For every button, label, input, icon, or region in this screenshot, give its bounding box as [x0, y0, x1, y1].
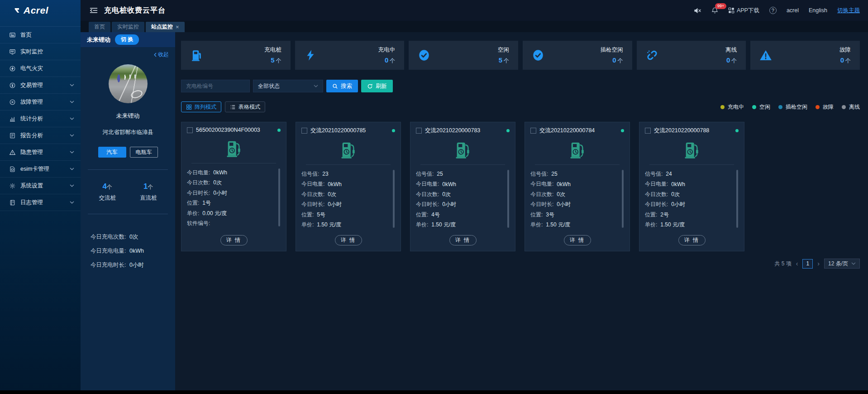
- charger-icon-wrap: [187, 133, 281, 163]
- refresh-button[interactable]: 刷新: [361, 80, 393, 92]
- tab[interactable]: 站点监控 ×: [146, 22, 185, 32]
- sidebar-item[interactable]: 交易管理: [0, 77, 81, 94]
- detail-button[interactable]: 详 情: [335, 235, 362, 245]
- detail-button[interactable]: 详 情: [220, 235, 248, 245]
- vehicle-type-button[interactable]: 电瓶车: [130, 147, 158, 158]
- charging-pile-icon: [339, 140, 358, 159]
- charger-checkbox[interactable]: [301, 128, 307, 134]
- sidebar-item[interactable]: 日志管理: [0, 194, 81, 211]
- gun-number-input[interactable]: [181, 80, 250, 92]
- status-select[interactable]: 全部状态: [253, 80, 323, 92]
- app-download-button[interactable]: APP下载: [728, 7, 759, 14]
- sidebar-item[interactable]: 实时监控: [0, 43, 81, 60]
- charging-pile-icon: [568, 140, 587, 159]
- language-switch[interactable]: English: [809, 7, 827, 14]
- details-scrollbar[interactable]: [507, 170, 509, 228]
- detail-button[interactable]: 详 情: [678, 235, 706, 245]
- charger-checkbox[interactable]: [187, 127, 193, 133]
- charger-detail-label: 软件编号:: [301, 231, 324, 232]
- summary-card-number: 0: [385, 56, 388, 64]
- sidebar-item[interactable]: 报告分析: [0, 127, 81, 144]
- sidebar-item[interactable]: 故障管理: [0, 94, 81, 111]
- notifications[interactable]: 99+: [711, 7, 718, 14]
- tab[interactable]: 实时监控 ×: [112, 22, 144, 32]
- tab-close-icon[interactable]: ×: [176, 24, 179, 30]
- current-page[interactable]: 1: [802, 259, 813, 269]
- detail-button[interactable]: 详 情: [564, 235, 591, 245]
- charger-detail-row: 今日电量: 0kWh: [530, 179, 619, 190]
- view-mode-button[interactable]: 表格模式: [225, 101, 265, 112]
- chevron-down-icon: [70, 134, 74, 137]
- search-button[interactable]: 搜索: [326, 80, 358, 92]
- charger-detail-value: 0次: [671, 191, 680, 198]
- sidebar: Acrel 首页 实时监控 电气火灾: [0, 0, 81, 390]
- station-address: 河北省邯郸市临漳县: [87, 129, 169, 136]
- switch-station-button[interactable]: 切 换: [115, 34, 139, 45]
- charger-checkbox[interactable]: [416, 128, 422, 134]
- collapse-menu-icon[interactable]: [90, 7, 98, 14]
- charger-card: 交流20210220000783: [410, 122, 515, 251]
- summary-card: 空闲 5个: [409, 41, 518, 70]
- detail-button[interactable]: 详 情: [449, 235, 477, 245]
- summary-card-value: 0个: [839, 56, 851, 65]
- pile-stat-unit: 个: [107, 184, 112, 190]
- summary-card: 充电桩 5个: [181, 41, 291, 70]
- divider: [191, 163, 276, 163]
- charger-detail-row: 位置: 2号: [645, 210, 733, 220]
- charger-checkbox[interactable]: [645, 128, 651, 134]
- sidebar-item[interactable]: 隐患管理: [0, 144, 81, 161]
- summary-card-number: 5: [271, 56, 274, 64]
- sidebar-menu: 首页 实时监控 电气火灾 交易管理: [0, 26, 81, 211]
- charger-card-header: 交流20210220000788: [645, 127, 739, 135]
- summary-card-label: 插枪空闲: [601, 46, 623, 54]
- mute-icon[interactable]: [694, 7, 701, 14]
- charger-icon-wrap: [416, 135, 510, 164]
- summary-card-number: 0: [840, 56, 844, 64]
- vehicle-type-button[interactable]: 汽车: [98, 147, 126, 158]
- summary-card-label: 充电桩: [264, 46, 281, 54]
- charger-detail-value: 25: [437, 171, 443, 177]
- details-scrollbar[interactable]: [278, 168, 280, 226]
- charger-detail-value: 5号: [317, 211, 325, 219]
- summary-card-icon: [304, 49, 317, 62]
- username[interactable]: acrel: [787, 7, 799, 14]
- help-icon[interactable]: ?: [769, 7, 777, 14]
- sidebar-item-icon: [9, 166, 16, 173]
- charger-checkbox[interactable]: [530, 128, 536, 134]
- sidebar-item[interactable]: 电气火灾: [0, 60, 81, 77]
- summary-card-icon: [532, 49, 544, 62]
- page-size-select[interactable]: 12 条/页: [824, 259, 860, 269]
- refresh-button-label: 刷新: [376, 82, 387, 90]
- chevron-down-icon: [70, 117, 74, 120]
- theme-switch-link[interactable]: 切换主题: [837, 7, 860, 14]
- charger-detail-label: 今日次数:: [301, 191, 324, 198]
- divider: [649, 164, 734, 165]
- charger-detail-label: 信号值:: [416, 170, 434, 178]
- charger-detail-value: 0kWh: [328, 181, 342, 187]
- charger-icon-wrap: [530, 135, 624, 164]
- sidebar-item[interactable]: 首页: [0, 27, 81, 43]
- details-scrollbar[interactable]: [622, 170, 624, 228]
- charger-detail-label: 位置:: [416, 211, 428, 219]
- charger-detail-label: 单价:: [530, 221, 543, 229]
- sidebar-item[interactable]: esim卡管理: [0, 161, 81, 178]
- today-stat-value: 0kWh: [129, 248, 144, 254]
- sidebar-item-icon: [9, 199, 16, 206]
- legend-dot: [778, 105, 782, 109]
- view-mode-button[interactable]: 阵列模式: [181, 101, 221, 112]
- summary-card-number: 5: [499, 56, 502, 64]
- charger-name: 565002002390N4F00003: [196, 127, 260, 133]
- content-row: 未来锂动 切 换 收起 未来锂动 河北省邯郸市临漳县 汽车: [81, 32, 868, 390]
- sidebar-item[interactable]: 系统设置: [0, 178, 81, 194]
- charger-detail-label: 今日时长:: [187, 189, 210, 197]
- prev-page-icon[interactable]: ‹: [796, 260, 798, 267]
- details-scrollbar[interactable]: [393, 170, 395, 228]
- tab[interactable]: 首页 ×: [89, 22, 110, 32]
- summary-card-value: 5个: [264, 56, 281, 65]
- charger-detail-row: 今日时长: 0小时: [530, 200, 619, 210]
- collapse-panel-link[interactable]: 收起: [87, 51, 169, 58]
- sidebar-item[interactable]: 统计分析: [0, 111, 81, 127]
- sidebar-item-label: 日志管理: [20, 199, 43, 207]
- next-page-icon[interactable]: ›: [817, 260, 820, 267]
- details-scrollbar[interactable]: [736, 170, 738, 228]
